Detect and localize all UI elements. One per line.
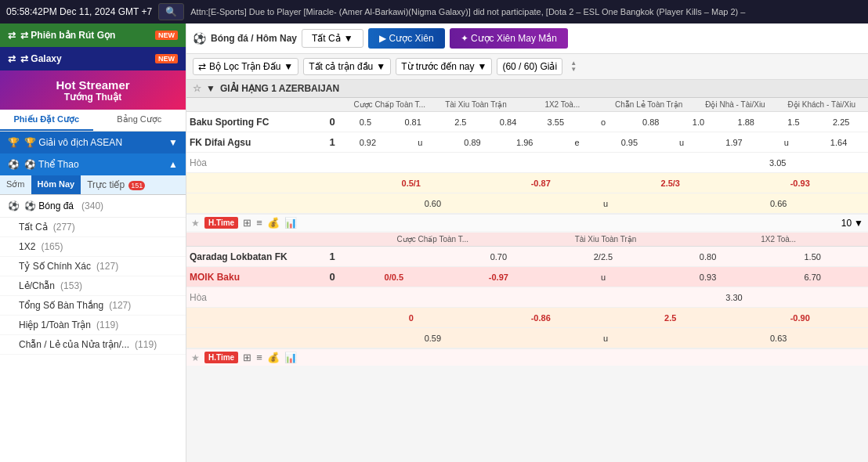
sidebar-sub-tatca[interactable]: Tất Cả (277) [0,218,186,237]
league1-star-icon[interactable]: ☆ [193,83,201,94]
row2-taixiuv[interactable]: 0.89 [447,137,499,148]
phien-ban-label: ⇄ Phiên bản Rút Gọn [20,30,115,41]
m2-alt2-chap[interactable]: 0.59 [346,333,519,344]
chanle1[interactable]: o [580,117,627,128]
odds-header-2: Cược Chấp Toàn T... Tài Xiu Toàn Trận 1X… [186,233,868,247]
m2-taixiu1v[interactable]: 0.80 [656,251,761,262]
match1-star-icon[interactable]: ★ [191,218,200,229]
sidebar-phien-ban[interactable]: ⇄ ⇄ Phiên bản Rút Gọn NEW [0,23,186,47]
match2-team1-score: 1 [323,251,342,262]
m2-onex2[interactable]: 1.50 [760,251,865,262]
m2-alt1-chap[interactable]: 0 [346,312,476,323]
sort-down-icon[interactable]: ▼ [570,67,577,73]
subtab-tructiep[interactable]: Trực tiếp 151 [81,175,151,194]
m2-alt1-taixiuv[interactable]: -0.90 [736,312,866,323]
sidebar-section-asean[interactable]: 🏆 🏆 Giải vô địch ASEAN ▼ [0,132,186,153]
m2-alt2-val[interactable]: 0.63 [692,333,865,344]
cuoc-xien-button[interactable]: ▶ Cược Xiên [368,28,445,49]
content-breadcrumb: Bóng đá / Hôm Nay [211,33,297,44]
galaxy-swap-icon: ⇄ [8,53,16,64]
alt1-taixiuv[interactable]: -0.93 [736,178,866,189]
match1-list-icon[interactable]: ≡ [256,217,262,229]
cuoc-xien-may-man-button[interactable]: ✦ Cược Xiên May Mắn [450,28,568,49]
alt2-taixiu[interactable]: 0.60 [346,198,519,209]
alt2-taixiuv2[interactable]: u [519,198,693,209]
m2-row2-onex2[interactable]: 6.70 [760,272,865,283]
filter-tat-ca[interactable]: Tất cả trận đầu ▼ [303,58,391,75]
m2-alt1-chapv[interactable]: -0.86 [476,312,606,323]
taixiu1[interactable]: 2.5 [436,117,484,128]
match1-grid-icon[interactable]: ⊞ [243,217,251,229]
match2-star-icon[interactable]: ★ [191,352,200,363]
alt1-taixiu[interactable]: 2.5/3 [606,178,736,189]
row2-onex2[interactable]: 1.96 [498,137,551,148]
alt1-chapv[interactable]: -0.87 [476,178,606,189]
match1-coin-icon[interactable]: 💰 [267,217,280,229]
row2-chap[interactable]: 0.92 [342,137,394,148]
sidebar-sub-chanle-nuatra[interactable]: Chẵn / Lẻ của Nửa trận/... (119) [0,335,186,355]
sort-arrows[interactable]: ▲ ▼ [570,60,577,73]
alt1-chap[interactable]: 0.5/1 [346,178,476,189]
current-time: 05:58:42PM Dec 11, 2024 GMT +7 [6,6,152,17]
sidebar-sub-hiep1[interactable]: Hiệp 1/Toàn Trận (119) [0,316,186,335]
chap1[interactable]: 0.5 [342,117,389,128]
row2-chanle[interactable]: e [551,137,603,148]
row2-doinhav[interactable]: 1.97 [708,137,761,148]
sidebar-sub-tongso[interactable]: Tổng Số Bàn Thắng (127) [0,296,186,316]
match2-chart-icon[interactable]: 📊 [284,352,297,363]
m2-row2-chapv[interactable]: -0.97 [447,272,552,283]
match1-chart-icon[interactable]: 📊 [284,217,297,229]
sidebar-galaxy[interactable]: ⇄ ⇄ Galaxy NEW [0,47,186,70]
header-doikhach: Đội Khách - Tài/Xiu [779,100,865,109]
filter-time[interactable]: Từ trước đến nay ▼ [396,58,492,75]
tab-phieu-dat-cuoc[interactable]: Phiếu Đặt Cược [0,110,93,131]
match2-list-icon[interactable]: ≡ [256,352,262,363]
m2-alt1-taixiu[interactable]: 2.5 [606,312,736,323]
row2-chanle2[interactable]: 0.95 [603,137,656,148]
sidebar-sub-lechan[interactable]: Lẻ/Chẵn (153) [0,276,186,296]
match1-page-select[interactable]: 10 ▼ [841,218,863,229]
filter-giai[interactable]: (60 / 60) Giải [497,58,562,75]
search-box[interactable]: 🔍 [158,3,184,20]
m2-row2-chap[interactable]: 0/0.5 [342,272,447,283]
subtab-som[interactable]: Sớm [0,175,31,194]
galaxy-label: ⇄ Galaxy [20,53,62,64]
row2-doikhach[interactable]: u [760,137,812,148]
page-chevron-icon: ▼ [854,218,863,229]
row2-doikhachv[interactable]: 1.64 [812,137,865,148]
doinha1[interactable]: 1.0 [675,117,722,128]
chap1v[interactable]: 0.81 [389,117,437,128]
sidebar-section-thethao[interactable]: ⚽ ⚽ Thể Thao ▲ [0,153,186,175]
header-chanle: Chẵn Lẻ Toàn Trận [606,100,692,109]
alt2-val[interactable]: 0.66 [692,198,865,209]
m2-taixiu1[interactable]: 2/2.5 [551,251,656,262]
subtab-homnay[interactable]: Hôm Nay [31,175,81,194]
match2-coin-icon[interactable]: 💰 [267,352,280,363]
doikhach2[interactable]: 2.25 [817,117,865,128]
m2-row2-taixiuv[interactable]: 0.93 [656,272,761,283]
header2-cuoc-chap: Cược Chấp Toàn T... [346,235,519,244]
sidebar-sport-bongda[interactable]: ⚽ ⚽ Bóng đá (340) [0,195,186,218]
doinha2[interactable]: 1.88 [722,117,770,128]
league1-name: GIẢI HẠNG 1 AZERBAIJAN [220,83,339,94]
chanle1v[interactable]: 0.88 [627,117,675,128]
match1-hoa-row: Hòa 3.05 [186,153,868,173]
tab-all-chevron-icon: ▼ [344,33,353,44]
m2-chap1[interactable]: 0.70 [447,251,552,262]
sidebar-sub-tychinhxac[interactable]: Tỷ Số Chính Xác (127) [0,257,186,276]
content-area: ⚽ Bóng đá / Hôm Nay Tất Cả ▼ ▶ Cược Xiên… [186,23,868,462]
taixiu1v[interactable]: 0.84 [484,117,532,128]
row2-taixiu[interactable]: u [394,137,447,148]
m2-row2-taixiu[interactable]: u [551,272,656,283]
m2-alt2-taixiu[interactable]: u [519,333,693,344]
galaxy-new-badge: NEW [155,54,178,63]
filter-bo-loc[interactable]: ⇄ Bộ Lọc Trận Đấu ▼ [193,58,298,75]
row2-doinha[interactable]: u [656,137,708,148]
header-cuoc-chap: Cược Chấp Toàn T... [346,100,432,109]
match2-grid-icon[interactable]: ⊞ [243,352,251,363]
doikhach1[interactable]: 1.5 [770,117,818,128]
sidebar-sub-1x2[interactable]: 1X2 (165) [0,237,186,257]
onex2-1[interactable]: 3.55 [532,117,580,128]
tab-bang-cuoc[interactable]: Bảng Cược [93,110,186,131]
tab-all-dropdown[interactable]: Tất Cả ▼ [302,29,363,48]
